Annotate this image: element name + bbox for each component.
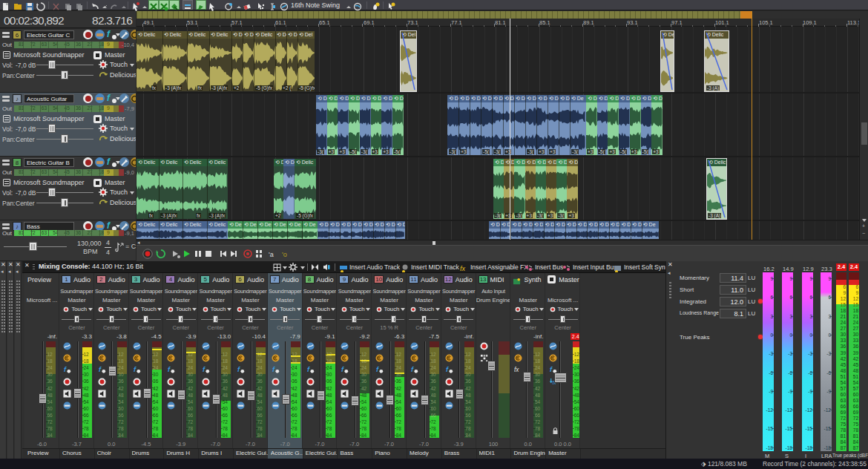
svg-text:fx: fx <box>514 367 519 373</box>
svg-text:ʹa: ʹa <box>269 251 274 258</box>
svg-text:f: f <box>411 366 414 373</box>
svg-text:'o: 'o <box>282 251 287 258</box>
svg-text:f: f <box>446 366 449 373</box>
svg-text:f: f <box>272 366 275 373</box>
svg-text:f: f <box>64 366 67 373</box>
svg-text:f: f <box>203 366 206 373</box>
svg-text:f: f <box>341 366 344 373</box>
svg-text:f: f <box>550 366 553 373</box>
svg-text:f: f <box>168 366 171 373</box>
svg-text:f: f <box>237 366 240 373</box>
svg-text:f: f <box>376 366 379 373</box>
svg-text:f: f <box>99 366 102 373</box>
svg-text:f: f <box>134 366 137 373</box>
svg-text:fx: fx <box>460 265 466 272</box>
svg-text:f: f <box>307 366 310 373</box>
